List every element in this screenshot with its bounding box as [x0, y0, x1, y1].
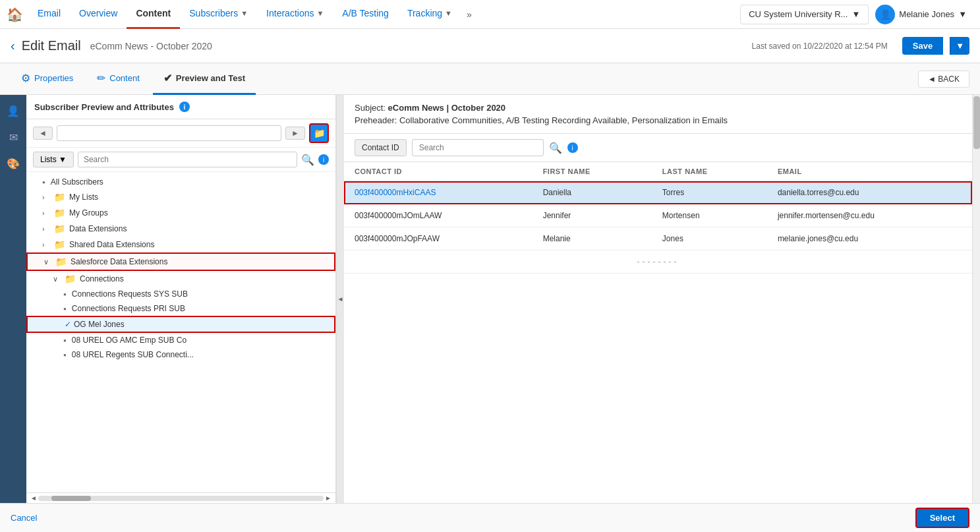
sidebar-email-icon[interactable]: ✉ — [3, 127, 24, 148]
left-panel-header: Subscriber Preview and Attributes i — [26, 95, 335, 119]
bullet-icon: ● — [63, 338, 67, 343]
bullet-icon: ● — [63, 291, 67, 297]
tree-item1[interactable]: ● 08 UREL OG AMC Emp SUB Co — [26, 333, 335, 347]
table-row[interactable]: 003f400000mJOpFAAWMelanieJonesmelanie.jo… — [344, 227, 972, 251]
tree-connections[interactable]: ∨ 📁 Connections — [26, 271, 335, 287]
scroll-thumb — [51, 496, 91, 501]
scroll-track — [38, 496, 324, 501]
email-subtitle: eComm News - October 2020 — [90, 41, 212, 51]
back-arrow-icon[interactable]: ‹ — [11, 38, 15, 53]
nav-overview[interactable]: Overview — [70, 0, 127, 29]
nav-next-button[interactable]: ► — [285, 127, 305, 140]
tree-salesforce-data-extensions[interactable]: ∨ 📁 Salesforce Data Extensions — [26, 252, 335, 271]
preview-icon: ✔ — [163, 72, 172, 84]
chevron-down-icon: ∨ — [43, 258, 51, 266]
col-last-name: LAST NAME — [652, 162, 767, 181]
tree-connections-req-pri[interactable]: ● Connections Requests PRI SUB — [26, 301, 335, 316]
nav-abtesting[interactable]: A/B Testing — [333, 0, 398, 29]
back-button[interactable]: ◄ BACK — [918, 71, 969, 88]
cell-email: jennifer.mortensen@cu.edu — [767, 204, 972, 227]
cell-email: daniella.torres@cu.edu — [767, 181, 972, 204]
folder-icon: 📁 — [54, 223, 65, 234]
nav-more[interactable]: » — [461, 9, 477, 20]
save-dropdown-button[interactable]: ▼ — [950, 37, 969, 55]
table-header-row: CONTACT ID FIRST NAME LAST NAME EMAIL — [344, 162, 972, 181]
table-row[interactable]: 003f400000mJOmLAAWJenniferMortensenjenni… — [344, 204, 972, 227]
tree-my-lists[interactable]: › 📁 My Lists — [26, 189, 335, 205]
cell-first-name: Daniella — [533, 181, 652, 204]
tree-shared-data-extensions[interactable]: › 📁 Shared Data Extensions — [26, 237, 335, 252]
org-dropdown-icon: ▼ — [851, 9, 860, 19]
org-selector[interactable]: CU System University R... ▼ — [740, 5, 869, 24]
bottom-bar: Cancel Select — [0, 503, 980, 532]
sidebar-icons: 👤 ✉ 🎨 — [0, 95, 26, 503]
contact-id-button[interactable]: Contact ID — [355, 139, 407, 156]
scroll-left-icon[interactable]: ◄ — [29, 494, 38, 502]
left-panel: Subscriber Preview and Attributes i ◄ ► … — [26, 95, 336, 503]
select-button[interactable]: Select — [915, 508, 969, 528]
edit-email-header: ‹ Edit Email eComm News - October 2020 L… — [0, 29, 980, 63]
nav-path-input[interactable] — [57, 125, 281, 141]
save-button[interactable]: Save — [902, 37, 943, 55]
cell-contact-id: 003f400000mJOpFAAW — [344, 227, 533, 251]
nav-prev-button[interactable]: ◄ — [33, 127, 53, 140]
tree-all-subscribers[interactable]: ● All Subscribers — [26, 175, 335, 189]
right-scrollbar[interactable] — [972, 95, 980, 503]
cell-first-name: Melanie — [533, 227, 652, 251]
right-panel-header: Subject: eComm News | October 2020 Prehe… — [344, 95, 972, 134]
chevron-right-icon: › — [42, 225, 50, 233]
horizontal-scrollbar[interactable]: ◄ ► — [26, 492, 335, 503]
folder-button[interactable]: 📁 — [309, 123, 329, 143]
tab-preview-and-test[interactable]: ✔ Preview and Test — [153, 63, 256, 95]
tree-item2[interactable]: ● 08 UREL Regents SUB Connecti... — [26, 347, 335, 362]
contact-search-input[interactable] — [412, 139, 544, 156]
last-saved-text: Last saved on 10/22/2020 at 12:54 PM — [752, 42, 888, 51]
bullet-icon: ● — [42, 179, 45, 185]
tab-properties[interactable]: ⚙ Properties — [11, 63, 84, 95]
folder-icon: 📁 — [65, 274, 76, 284]
search-row: Lists ▼ 🔍 i — [26, 148, 335, 172]
org-name: CU System University R... — [749, 9, 848, 19]
panel-info-icon[interactable]: i — [179, 102, 190, 112]
collapse-handle[interactable]: ◄ — [336, 95, 344, 503]
sidebar-palette-icon[interactable]: 🎨 — [3, 153, 24, 174]
table-row[interactable]: 003f400000mHxiCAASDaniellaTorresdaniella… — [344, 181, 972, 204]
nav-content[interactable]: Content — [127, 0, 180, 29]
sidebar-user-icon[interactable]: 👤 — [3, 100, 24, 121]
scroll-right-icon[interactable]: ► — [324, 494, 333, 502]
tree-label: My Groups — [69, 208, 108, 218]
chevron-right-icon: › — [42, 209, 50, 217]
cell-last-name: Torres — [652, 181, 767, 204]
tab-content[interactable]: ✏ Content — [86, 63, 150, 95]
nav-subscribers[interactable]: Subscribers▼ — [180, 0, 257, 29]
contact-info-icon[interactable]: i — [567, 142, 578, 153]
col-email: EMAIL — [767, 162, 972, 181]
tree-connections-req-sys[interactable]: ● Connections Requests SYS SUB — [26, 287, 335, 301]
user-dropdown-icon: ▼ — [958, 9, 967, 19]
tree-og-mel-jones[interactable]: ✓ OG Mel Jones — [26, 316, 335, 333]
content-icon: ✏ — [97, 72, 105, 84]
search-input[interactable] — [78, 152, 297, 167]
search-icon[interactable]: 🔍 — [301, 154, 314, 166]
lists-button[interactable]: Lists ▼ — [33, 152, 74, 167]
nav-interactions[interactable]: Interactions▼ — [257, 0, 333, 29]
cell-contact-id: 003f400000mHxiCAAS — [344, 181, 533, 204]
tree-my-groups[interactable]: › 📁 My Groups — [26, 205, 335, 221]
home-icon[interactable]: 🏠 — [7, 7, 23, 22]
tree-label: Shared Data Extensions — [69, 240, 154, 249]
contact-search-icon[interactable]: 🔍 — [549, 142, 562, 154]
properties-icon: ⚙ — [21, 72, 30, 84]
cell-contact-id: 003f400000mJOmLAAW — [344, 204, 533, 227]
folder-icon: 📁 — [54, 208, 65, 218]
nav-tracking[interactable]: Tracking▼ — [398, 0, 461, 29]
tree-data-extensions[interactable]: › 📁 Data Extensions — [26, 221, 335, 237]
tree-label: All Subscribers — [51, 177, 103, 187]
tree-label: 08 UREL OG AMC Emp SUB Co — [72, 336, 187, 345]
nav-email[interactable]: Email — [28, 0, 70, 29]
user-menu[interactable]: 👤 Melanie Jones ▼ — [869, 5, 973, 24]
folder-icon: 📁 — [55, 256, 67, 267]
search-info-icon[interactable]: i — [318, 154, 329, 165]
cancel-button[interactable]: Cancel — [11, 513, 37, 523]
contact-search-row: Contact ID 🔍 i — [344, 134, 972, 162]
folder-icon: 📁 — [54, 239, 65, 250]
